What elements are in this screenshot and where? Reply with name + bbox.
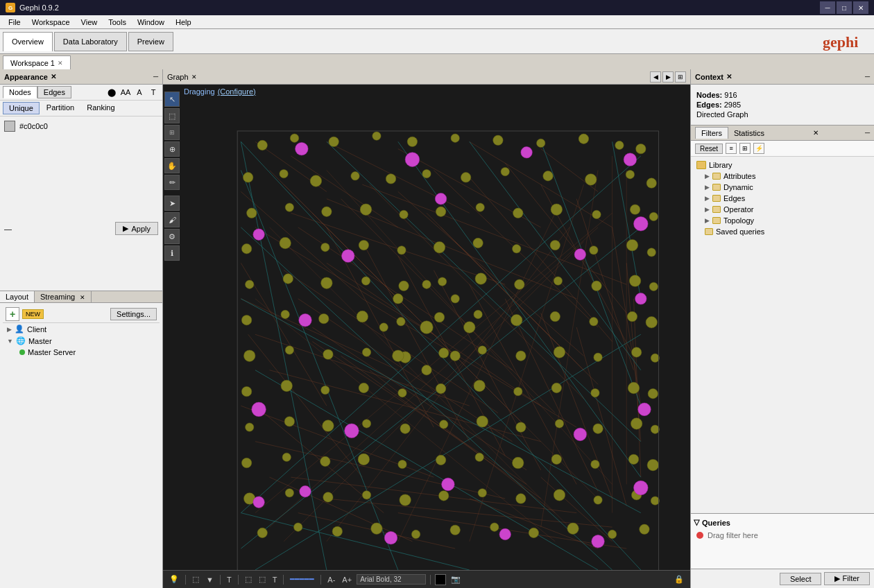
graph-nav-next[interactable]: ▶ (662, 71, 674, 83)
layout-tab-label: Layout (6, 293, 28, 301)
svg-point-178 (474, 380, 485, 391)
select-action-button[interactable]: Select (780, 573, 822, 585)
client-item[interactable]: ▶ 👤 Client (3, 323, 160, 335)
dynamic-item[interactable]: ▶ Dynamic (691, 182, 874, 193)
unique-type-tab[interactable]: Unique (3, 102, 40, 114)
magnify-tool[interactable]: ⊕ (164, 141, 180, 157)
data-laboratory-button[interactable]: Data Laboratory (54, 32, 127, 51)
select-rect-icon[interactable]: ⬚ (243, 575, 254, 584)
menu-workspace[interactable]: Workspace (26, 17, 76, 28)
svg-point-250 (300, 486, 311, 497)
label-size-icon-btn[interactable]: A (133, 86, 146, 98)
pencil-tool[interactable]: ✏ (164, 175, 180, 190)
filters-close[interactable]: ✕ (813, 129, 819, 137)
layout-tab[interactable]: Layout (0, 291, 35, 302)
select-extra1[interactable]: ⬚ (257, 575, 268, 584)
master-server-item[interactable]: Master Server (3, 347, 160, 358)
apply-button[interactable]: ▶ Apply (115, 222, 158, 235)
svg-point-240 (295, 142, 309, 155)
operator-item[interactable]: ▶ Operator (691, 204, 874, 215)
close-button[interactable]: ✕ (853, 1, 868, 14)
select-rect-tool[interactable]: ⬚ (164, 108, 180, 123)
add-layout-button[interactable]: + (6, 307, 19, 321)
text-icon-btn[interactable]: T (147, 86, 160, 98)
menu-view[interactable]: View (76, 17, 103, 28)
svg-point-168 (554, 347, 565, 358)
graph-nav: ◀ ▶ ⊞ (650, 71, 686, 83)
svg-point-239 (464, 322, 475, 333)
info-tool[interactable]: ℹ (164, 245, 180, 261)
configure-link[interactable]: (Configure) (218, 87, 256, 96)
pan-tool[interactable]: ✋ (164, 158, 180, 173)
svg-point-95 (493, 135, 503, 145)
filter-grid-btn[interactable]: ⊞ (739, 143, 751, 154)
graph-area: Graph ✕ ◀ ▶ ⊞ Dragging (Configure) ↖ ⬚ ⊞… (163, 69, 690, 588)
type-tabs: Unique Partition Ranking (0, 101, 162, 116)
filter-action-btn[interactable]: ⚡ (753, 143, 764, 154)
screenshot-icon[interactable]: 📷 (449, 575, 463, 584)
nodes-tab[interactable]: Nodes (3, 86, 37, 98)
minimize-button[interactable]: ─ (820, 1, 835, 14)
light-icon[interactable]: 💡 (167, 575, 181, 584)
svg-point-190 (477, 416, 488, 427)
circle-icon-btn[interactable]: ⬤ (105, 86, 118, 98)
arrow-tool[interactable]: ➤ (164, 196, 180, 211)
context-panel-minimize[interactable]: ─ (865, 73, 870, 80)
svg-point-258 (345, 424, 359, 438)
saved-queries-item[interactable]: Saved queries (691, 226, 874, 237)
font-name-input[interactable] (357, 574, 426, 585)
edges-tab[interactable]: Edges (37, 86, 71, 98)
master-item[interactable]: ▼ 🌐 Master (3, 335, 160, 347)
font-a-plus[interactable]: A+ (340, 576, 354, 584)
graph-nav-menu[interactable]: ⊞ (675, 71, 686, 83)
context-panel-close[interactable]: ✕ (726, 73, 732, 80)
text-toggle[interactable]: T (225, 576, 234, 584)
svg-point-135 (647, 248, 656, 257)
filter-list-btn[interactable]: ≡ (726, 143, 737, 154)
workspace-tab-close[interactable]: ✕ (58, 60, 63, 67)
zoom-out-tool[interactable]: ⊞ (164, 125, 180, 140)
menu-window[interactable]: Window (132, 17, 170, 28)
graph-canvas[interactable]: Dragging (Configure) ↖ ⬚ ⊞ ⊕ ✋ ✏ ➤ 🖌 ⚙ ℹ (163, 85, 690, 570)
node-color-box[interactable] (435, 574, 446, 585)
overview-button[interactable]: Overview (3, 32, 53, 51)
svg-point-119 (513, 208, 523, 218)
aa-icon-btn[interactable]: AA (119, 86, 132, 98)
cursor-tool[interactable]: ↖ (164, 92, 180, 107)
statistics-tab[interactable]: Statistics (728, 128, 770, 139)
attributes-item[interactable]: ▶ Attributes (691, 171, 874, 182)
color-swatch[interactable] (4, 121, 15, 132)
menu-help[interactable]: Help (170, 17, 197, 28)
appearance-panel-minimize[interactable]: ─ (153, 73, 158, 80)
streaming-tab[interactable]: Streaming ✕ (35, 291, 92, 302)
lock-icon[interactable]: 🔒 (672, 575, 686, 584)
select-extra2[interactable]: T (271, 576, 280, 584)
svg-point-129 (434, 241, 445, 252)
transform-tool[interactable]: ⚙ (164, 229, 180, 244)
ranking-type-tab[interactable]: Ranking (81, 102, 120, 114)
svg-point-109 (585, 174, 597, 185)
filters-tab[interactable]: Filters (695, 127, 728, 139)
topology-item[interactable]: ▶ Topology (691, 215, 874, 226)
edges-filter-item[interactable]: ▶ Edges (691, 193, 874, 204)
paint-tool[interactable]: 🖌 (164, 212, 180, 227)
font-a-minus[interactable]: A- (325, 576, 337, 584)
filter-reset-button[interactable]: Reset (695, 144, 723, 154)
node-size-icon[interactable]: ⬚ (190, 575, 201, 584)
preview-button[interactable]: Preview (128, 32, 173, 51)
filter-action-button[interactable]: ▶ Filter (824, 572, 870, 585)
workspace-tab[interactable]: Workspace 1 ✕ (3, 55, 71, 69)
streaming-tab-close[interactable]: ✕ (80, 294, 85, 301)
menu-tools[interactable]: Tools (103, 17, 132, 28)
settings-button[interactable]: Settings... (110, 308, 157, 320)
title-bar: G Gephi 0.9.2 ─ □ ✕ (0, 0, 874, 15)
appearance-panel-close[interactable]: ✕ (51, 73, 56, 80)
graph-nav-prev[interactable]: ◀ (650, 71, 661, 83)
maximize-button[interactable]: □ (837, 1, 852, 14)
graph-tab-close[interactable]: ✕ (191, 74, 197, 80)
partition-type-tab[interactable]: Partition (41, 102, 80, 114)
range-slider[interactable]: ━━━━━ (288, 575, 316, 584)
filters-minimize[interactable]: ─ (865, 129, 870, 137)
size-dropdown-arrow[interactable]: ▼ (204, 576, 216, 584)
menu-file[interactable]: File (3, 17, 26, 28)
